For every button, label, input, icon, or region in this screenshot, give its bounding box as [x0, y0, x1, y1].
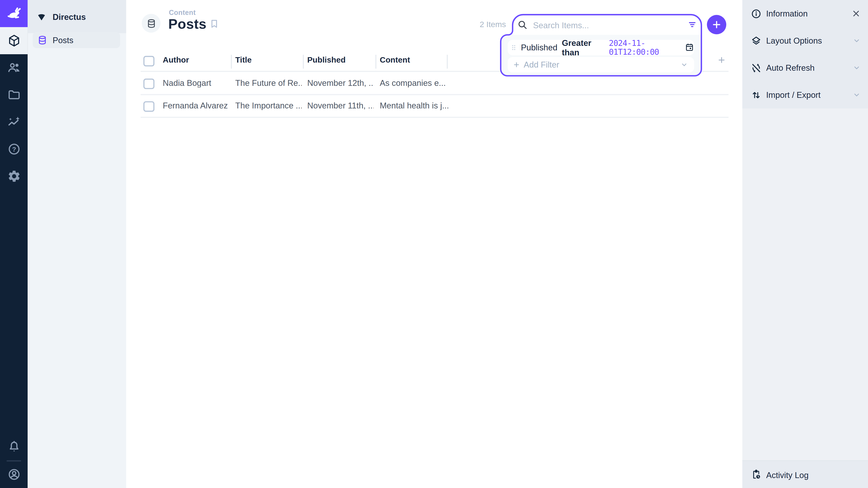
swap-vert-icon: [749, 90, 763, 101]
sidebar-section-information[interactable]: Information: [742, 0, 868, 27]
sidebar-section-layout-options[interactable]: Layout Options: [742, 27, 868, 54]
row-checkbox[interactable]: [143, 101, 154, 112]
collection-icon-button[interactable]: [142, 14, 160, 33]
chevron-down-icon[interactable]: [852, 91, 861, 99]
row-checkbox[interactable]: [143, 78, 154, 89]
database-icon: [37, 35, 48, 45]
filter-rule-row[interactable]: Published Greater than 2024-11-01T12:00:…: [508, 39, 694, 55]
sidebar-section-label: Information: [766, 9, 851, 18]
account-button[interactable]: [0, 461, 28, 488]
breadcrumb: Content: [169, 9, 196, 17]
people-icon: [7, 61, 21, 74]
cell-content: Mental health is j...: [380, 101, 449, 110]
column-divider[interactable]: [303, 55, 304, 68]
cell-author: Nadia Bogart: [163, 78, 229, 88]
svg-text:?: ?: [12, 145, 16, 153]
nav-item-label: Posts: [53, 35, 73, 45]
drag-handle-icon[interactable]: [510, 43, 518, 51]
account-circle-icon: [7, 467, 21, 481]
plus-icon: [513, 61, 520, 68]
chevron-down-icon[interactable]: [852, 37, 861, 45]
sync-disabled-icon: [749, 62, 763, 73]
info-icon: [749, 8, 763, 19]
chevron-down-icon[interactable]: [852, 64, 861, 72]
column-divider[interactable]: [447, 55, 447, 68]
activity-log-button[interactable]: Activity Log: [742, 460, 868, 488]
sidebar-section-import-export[interactable]: Import / Export: [742, 81, 868, 108]
column-header-content[interactable]: Content: [380, 55, 410, 64]
bell-icon: [7, 440, 21, 454]
module-settings[interactable]: [0, 163, 28, 190]
chevron-down-icon: [680, 61, 688, 68]
sidebar-section-label: Layout Options: [766, 36, 852, 45]
notifications-button[interactable]: [0, 433, 28, 460]
search-input[interactable]: [532, 17, 673, 33]
project-name: Directus: [53, 12, 86, 22]
column-header-published[interactable]: Published: [307, 55, 346, 64]
sidebar-section-label: Auto Refresh: [766, 63, 852, 72]
sidebar-sections: Information Layout Options: [742, 0, 868, 108]
navigation-sidebar: Directus Posts: [28, 0, 126, 488]
column-header-author[interactable]: Author: [163, 55, 189, 64]
cell-content: As companies e...: [380, 78, 446, 88]
rabbit-logo-icon: [5, 5, 22, 22]
items-count: 2 Items: [436, 20, 506, 29]
filter-list-icon[interactable]: [687, 20, 698, 30]
search-icon: [517, 20, 528, 30]
folder-icon: [7, 88, 21, 102]
add-filter-row[interactable]: Add Filter: [508, 57, 694, 72]
close-icon[interactable]: [851, 9, 861, 18]
filter-value[interactable]: 2024-11-01T12:00:00: [609, 38, 682, 56]
cell-published: November 11th, ...: [307, 101, 374, 110]
column-divider[interactable]: [375, 55, 376, 68]
plus-icon: [711, 20, 722, 30]
cell-title: The Future of Re...: [235, 78, 302, 88]
activity-log-label: Activity Log: [766, 470, 868, 480]
directus-app: ?: [0, 0, 868, 488]
module-insights[interactable]: [0, 108, 28, 135]
table-row[interactable]: Fernanda Alvarez The Importance ... Nove…: [126, 95, 742, 117]
column-header-title[interactable]: Title: [235, 55, 252, 64]
filter-field[interactable]: Published: [521, 43, 557, 52]
gear-icon: [7, 169, 21, 183]
row-divider: [141, 117, 728, 118]
filter-operator[interactable]: Greater than: [562, 38, 604, 57]
bookmark-icon[interactable]: [209, 18, 220, 29]
sidebar-section-auto-refresh[interactable]: Auto Refresh: [742, 54, 868, 81]
nav-item-posts[interactable]: Posts: [33, 32, 120, 48]
calendar-event-icon[interactable]: [685, 43, 694, 52]
search-and-filter-panel: Published Greater than 2024-11-01T12:00:…: [500, 13, 703, 77]
activity-clipboard-icon: [749, 469, 763, 480]
cell-published: November 12th, ...: [307, 78, 374, 88]
cell-title: The Importance ...: [235, 101, 302, 110]
add-item-button[interactable]: [707, 15, 726, 34]
project-fan-icon: [35, 11, 48, 23]
sidebar-section-label: Import / Export: [766, 90, 852, 100]
column-divider[interactable]: [231, 55, 232, 68]
module-bar: ?: [0, 0, 28, 488]
database-icon: [146, 18, 156, 29]
help-icon: ?: [7, 142, 21, 156]
module-files[interactable]: [0, 81, 28, 108]
right-sidebar: Information Layout Options: [742, 0, 868, 488]
box-icon: [7, 34, 21, 47]
layers-icon: [749, 35, 763, 46]
main-content: Content Posts 2 Items Author Title Publi…: [126, 0, 742, 488]
module-help[interactable]: ?: [0, 135, 28, 163]
directus-logo-button[interactable]: [0, 0, 28, 27]
module-content[interactable]: [0, 27, 28, 54]
cell-author: Fernanda Alvarez: [163, 101, 229, 110]
module-users[interactable]: [0, 54, 28, 81]
add-filter-label: Add Filter: [524, 60, 680, 69]
insights-icon: [7, 115, 21, 129]
select-all-checkbox[interactable]: [143, 56, 154, 66]
project-header[interactable]: Directus: [28, 0, 126, 33]
page-title: Posts: [168, 16, 206, 32]
add-column-button[interactable]: [717, 55, 726, 65]
